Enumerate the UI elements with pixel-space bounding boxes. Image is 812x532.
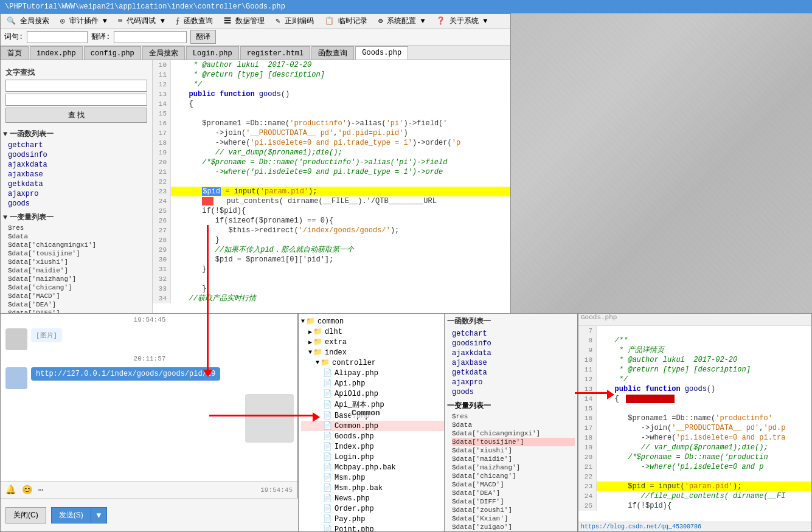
word-input[interactable] [27, 31, 88, 43]
var-item-maizhang[interactable]: $data['maizhang'] [8, 275, 150, 283]
tree-label-index: index [325, 348, 347, 357]
tab-goods[interactable]: Goods.php [355, 46, 408, 60]
vp-var-diff[interactable]: $data['DIFF'] [452, 497, 575, 506]
func-item-goods[interactable]: goods [8, 199, 150, 209]
vp-var-dea[interactable]: $data['DEA'] [452, 489, 575, 497]
file-icon-order: 📄 [323, 504, 332, 513]
vp-var-res[interactable]: $res [452, 412, 575, 421]
vp-var-tousijine[interactable]: $data['tousijine'] [452, 438, 575, 446]
text-find-input2[interactable] [5, 94, 147, 106]
func-item-getkdata[interactable]: getkdata [8, 179, 150, 189]
var-item-data[interactable]: $data [8, 232, 150, 241]
tab-index[interactable]: index.php [30, 46, 83, 60]
vp-func-ajaxbase[interactable]: ajaxbase [452, 358, 575, 368]
vp-var-maidie[interactable]: $data['maidie'] [452, 455, 575, 463]
var-list-arrow[interactable]: ▼ [3, 213, 7, 222]
menu-func-query[interactable]: ⨍ 函数查询 [172, 15, 217, 27]
chat-link-bubble[interactable]: http://127.0.0.1/index/goods/goods/pid/2… [31, 367, 220, 381]
var-item-tousijine[interactable]: $data['tousijine'] [8, 249, 150, 258]
var-item-res[interactable]: $res [8, 224, 150, 232]
vp-func-goodsinfo[interactable]: goodsinfo [452, 339, 575, 348]
var-item-xiushi[interactable]: $data['xiushi'] [8, 258, 150, 266]
var-panel-func-header: 一函数列表一 [447, 316, 575, 326]
func-list-arrow[interactable]: ▼ [3, 130, 7, 139]
code-line-17: 17 ->join('__PRODUCTDATA__ pd','pd.pid=p… [153, 128, 510, 138]
vp-func-ajaxkdata[interactable]: ajaxkdata [452, 348, 575, 358]
menu-audit[interactable]: ◎ 审计插件 ▼ [57, 15, 111, 27]
menu-about[interactable]: ❓ 关于系统 ▼ [432, 15, 491, 27]
tab-global-search[interactable]: 全局搜索 [142, 46, 185, 60]
vp-func-getkdata[interactable]: getkdata [452, 368, 575, 378]
file-icon-common-php: 📄 [323, 421, 332, 430]
file-icon-base: 📄 [323, 411, 332, 420]
vp-func-ajaxpro[interactable]: ajaxpro [452, 378, 575, 387]
text-find-input[interactable] [5, 80, 147, 92]
right-code-line-10: 10 * @author lukui 2017-02-20 [578, 355, 811, 365]
chat-body[interactable]: 19:54:45 [图片] 20:11:57 http://127.0.0.1/… [1, 314, 299, 480]
func-item-ajaxbase[interactable]: ajaxbase [8, 170, 150, 179]
menu-global-search[interactable]: 🔍 全局搜索 [3, 15, 53, 27]
vp-var-maizhang[interactable]: $data['maizhang'] [452, 463, 575, 472]
word-label: 词句: [4, 32, 23, 42]
chat-send-button[interactable]: 发送(S) [51, 507, 91, 523]
right-code-url: https://blog.csdn.net/qq_45300786 [581, 523, 701, 530]
vp-var-macd[interactable]: $data['MACD'] [452, 480, 575, 489]
vp-var-xiushi[interactable]: $data['xiushi'] [452, 446, 575, 455]
tab-home[interactable]: 首页 [1, 46, 29, 60]
right-code-line-22: 22 [578, 472, 811, 482]
vp-var-zoushi[interactable]: $data['zoushi'] [452, 506, 575, 514]
func-item-ajaxpro[interactable]: ajaxpro [8, 189, 150, 199]
tree-label-api: Api.php [335, 379, 365, 388]
folder-icon-dlht: 📁 [313, 327, 322, 336]
var-item-chicang[interactable]: $data['chicang'] [8, 283, 150, 292]
menu-temp-record[interactable]: 📋 临时记录 [321, 15, 371, 27]
var-item-macd[interactable]: $data['MACD'] [8, 292, 150, 300]
menu-data-mgmt[interactable]: ☰ 数据管理 [220, 15, 268, 27]
tree-label-dlht: dlht [325, 328, 342, 336]
var-list-section: ▼ 一变量列表一 $res $data $data['chicangmingxi… [3, 212, 150, 314]
emoji-icon[interactable]: 😊 [22, 485, 32, 495]
func-item-getchart[interactable]: getchart [8, 140, 150, 150]
vp-func-goods[interactable]: goods [452, 387, 575, 397]
tab-config[interactable]: config.php [84, 46, 141, 60]
code-line-19: 19 // var_dump($proname1);die(); [153, 148, 510, 157]
tree-label-pay: Pay.php [335, 515, 365, 523]
tree-label-news: News.php [335, 494, 370, 503]
translate-button[interactable]: 翻译 [190, 30, 216, 44]
translate-input[interactable] [114, 31, 187, 43]
chat-close-button[interactable]: 关闭(C) [5, 507, 46, 523]
search-bar: 词句: 翻译: 翻译 [1, 29, 510, 46]
chat-send-dropdown[interactable]: ▼ [91, 507, 107, 523]
common-annotation-label: Common [350, 409, 381, 418]
func-item-ajaxkdata[interactable]: ajaxkdata [8, 160, 150, 170]
tabs-bar: 首页 index.php config.php 全局搜索 Login.php r… [1, 46, 510, 60]
menu-code-debug[interactable]: ⌨ 代码调试 ▼ [114, 15, 168, 27]
right-code-line-9: 9 * 产品详情页 [578, 345, 811, 355]
vp-var-data[interactable]: $data [452, 421, 575, 429]
more-icon[interactable]: ⋯ [38, 485, 43, 495]
code-line-18: 18 ->where('pi.isdelete=0 and pi.trade_t… [153, 138, 510, 148]
tree-label-order: Order.php [335, 505, 374, 513]
vp-var-chicang[interactable]: $data['chicang'] [452, 472, 575, 480]
vp-var-zuigao[interactable]: $data['zuigao'] [452, 523, 575, 531]
var-item-maidie[interactable]: $data['maidie'] [8, 266, 150, 275]
func-item-goodsinfo[interactable]: goodsinfo [8, 150, 150, 160]
var-item-dea[interactable]: $data['DEA'] [8, 300, 150, 309]
bell-icon[interactable]: 🔔 [5, 485, 16, 495]
vp-func-getchart[interactable]: getchart [452, 329, 575, 339]
vp-var-kxian[interactable]: $data['Kxian'] [452, 514, 575, 523]
tab-register[interactable]: register.html [240, 46, 311, 60]
tab-login[interactable]: Login.php [186, 46, 239, 60]
right-code-header: Goods.php [578, 314, 811, 326]
menu-regex[interactable]: ✎ 正则编码 [272, 15, 317, 27]
var-panel-var-header: 一变量列表一 [447, 401, 575, 411]
code-line-25: 25 if(!$pid){ [153, 206, 510, 216]
find-button[interactable]: 查 找 [5, 108, 147, 123]
vp-var-chicangmingxi[interactable]: $data['chicangmingxi'] [452, 429, 575, 438]
var-item-chicangmingxi[interactable]: $data['chicangmingxi'] [8, 241, 150, 249]
tab-func-query[interactable]: 函数查询 [311, 46, 354, 60]
menu-sys-config[interactable]: ⚙ 系统配置 ▼ [375, 15, 429, 27]
blurred-image [511, 13, 812, 313]
msg-content-2: http://127.0.0.1/index/goods/goods/pid/2… [31, 367, 220, 381]
code-line-24: 24 put_contents( dirname(__FILE__).'/QTB… [153, 196, 510, 206]
